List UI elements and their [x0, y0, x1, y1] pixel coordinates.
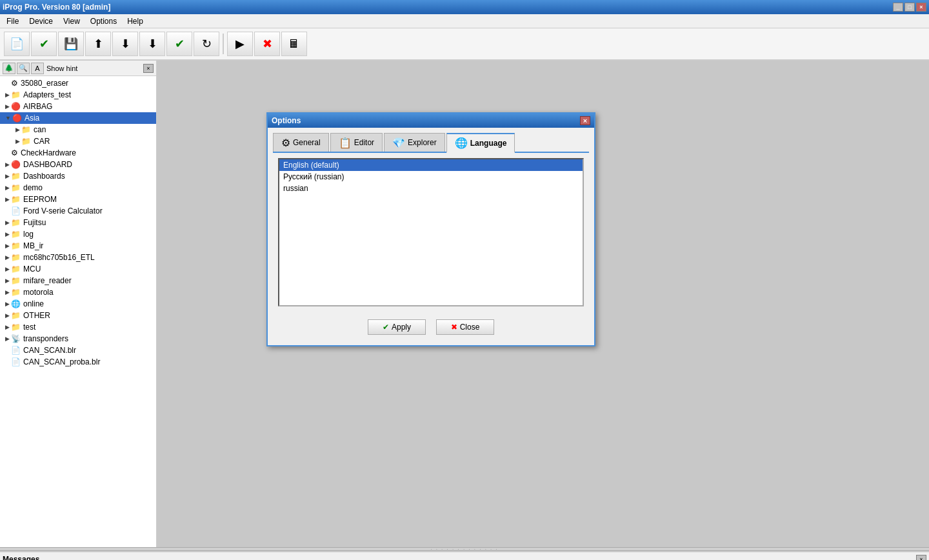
menu-device[interactable]: Device	[24, 15, 58, 27]
tree-arrow: ▶	[15, 138, 20, 145]
tree-arrow: ▶	[5, 231, 10, 237]
tree-icon: 📡	[11, 334, 21, 343]
tree-item[interactable]: ▶📄Ford V-serie Calculator	[0, 205, 156, 217]
tree-arrow: ▶	[5, 312, 10, 319]
tree-item[interactable]: ▶📄CAN_SCAN_proba.blr	[0, 356, 156, 368]
tree-icon: 🌐	[11, 299, 21, 308]
tree-item[interactable]: ▶⚙CheckHardware	[0, 147, 156, 159]
app-title: iProg Pro. Version 80 [admin]	[3, 3, 110, 12]
tree-item[interactable]: ▶🌐online	[0, 298, 156, 310]
maximize-btn[interactable]: □	[904, 3, 915, 12]
tree-item[interactable]: ▶📁Adapters_test	[0, 89, 156, 101]
toolbar-prev-btn[interactable]: ⬇	[139, 32, 165, 56]
toolbar-update-btn[interactable]: ↻	[194, 32, 219, 56]
tree-arrow: ▼	[5, 115, 11, 121]
apply-icon: ✔	[383, 323, 389, 332]
tree-icon: 📄	[11, 206, 21, 215]
tree-item[interactable]: ▶📁motorola	[0, 286, 156, 298]
tree-icon: 📄	[11, 357, 21, 366]
options-close-btn[interactable]: ×	[580, 116, 590, 125]
tree-label: OTHER	[23, 311, 50, 320]
sidebar-tree-btn[interactable]: 🌲	[3, 63, 15, 74]
tree-item[interactable]: ▶📁CAR	[0, 135, 156, 147]
lang-item-english[interactable]: English (default)	[279, 159, 583, 171]
tree-item[interactable]: ▶📁EEPROM	[0, 194, 156, 205]
tree-item[interactable]: ▶📁OTHER	[0, 310, 156, 321]
tree-item[interactable]: ▼🔴Asia	[0, 112, 156, 124]
tab-explorer[interactable]: 💎 Explorer	[384, 133, 445, 152]
tree-item[interactable]: ▶📁mc68hc705b16_ETL	[0, 252, 156, 263]
menu-view[interactable]: View	[58, 15, 85, 27]
apply-label: Apply	[392, 323, 411, 332]
tree-item[interactable]: ▶📁MB_ir	[0, 240, 156, 252]
tree-item[interactable]: ▶📡transponders	[0, 333, 156, 345]
toolbar-verify-btn[interactable]: ✔	[166, 32, 192, 56]
tree-label: log	[23, 230, 34, 239]
menu-help[interactable]: Help	[122, 15, 148, 27]
tree-item[interactable]: ▶📁mifare_reader	[0, 275, 156, 286]
options-buttons: ✔ Apply ✖ Close	[273, 312, 589, 340]
lang-item-russian2[interactable]: russian	[279, 183, 583, 194]
tab-editor-label: Editor	[354, 138, 374, 147]
tree-item[interactable]: ▶📄CAN_SCAN.blr	[0, 345, 156, 356]
toolbar-stop-btn[interactable]: ✖	[254, 32, 280, 56]
tree-item[interactable]: ▶🔴DASHBOARD	[0, 159, 156, 170]
tree-label: 35080_eraser	[21, 79, 68, 88]
tree-arrow: ▶	[5, 185, 10, 191]
tree-item[interactable]: ▶📁MCU	[0, 263, 156, 275]
apply-button[interactable]: ✔ Apply	[368, 319, 426, 335]
close-button[interactable]: ✖ Close	[436, 319, 494, 335]
tree-label: MCU	[23, 265, 41, 274]
toolbar-calc-btn[interactable]: 🖩	[281, 32, 307, 56]
tree-label: CheckHardware	[21, 148, 76, 157]
tree-label: CAR	[34, 137, 50, 146]
tree-item[interactable]: ▶📁demo	[0, 182, 156, 194]
toolbar-upload-btn[interactable]: ⬆	[85, 32, 111, 56]
work-area: Options × ⚙ General 📋 Editor	[157, 61, 929, 547]
tree-item[interactable]: ▶📁log	[0, 228, 156, 240]
minimize-btn[interactable]: _	[893, 3, 903, 12]
tree-icon: 📁	[21, 137, 31, 146]
tree-label: Fujitsu	[23, 218, 46, 227]
toolbar-play-btn[interactable]: ▶	[227, 32, 253, 56]
tree-icon: 📁	[11, 195, 21, 204]
messages-close-btn[interactable]: ×	[916, 555, 926, 561]
options-title: Options	[272, 116, 301, 125]
menu-file[interactable]: File	[1, 15, 24, 27]
tree-icon: ⚙	[11, 79, 18, 88]
tree-item[interactable]: ▶📁Fujitsu	[0, 217, 156, 228]
tree-arrow: ▶	[5, 254, 10, 261]
tree-item[interactable]: ▶📁can	[0, 124, 156, 135]
language-list: English (default) Русский (russian) russ…	[278, 158, 584, 306]
toolbar-check-btn[interactable]: ✔	[31, 32, 57, 56]
sidebar-sort-btn[interactable]: A	[31, 63, 44, 74]
tree-icon: 📁	[11, 276, 21, 285]
tree-icon: 📁	[11, 253, 21, 262]
tree-item[interactable]: ▶📁Dashboards	[0, 170, 156, 182]
tab-explorer-label: Explorer	[408, 138, 437, 147]
close-btn[interactable]: ×	[916, 3, 926, 12]
tab-language[interactable]: 🌐 Language	[446, 133, 515, 153]
tree-item[interactable]: ▶📁test	[0, 321, 156, 333]
tree-icon: 📁	[11, 265, 21, 274]
tree-label: DASHBOARD	[23, 160, 72, 169]
tab-editor[interactable]: 📋 Editor	[330, 133, 383, 152]
tab-general[interactable]: ⚙ General	[273, 133, 329, 152]
toolbar-new-btn[interactable]: 📄	[4, 32, 30, 56]
toolbar-download-btn[interactable]: ⬇	[112, 32, 138, 56]
tree-icon: 🔴	[11, 160, 21, 169]
tree-arrow: ▶	[5, 92, 10, 98]
sidebar-tree: ▶⚙35080_eraser▶📁Adapters_test▶🔴AIRBAG▼🔴A…	[0, 76, 156, 547]
modal-overlay: Options × ⚙ General 📋 Editor	[157, 61, 929, 547]
lang-item-russian[interactable]: Русский (russian)	[279, 171, 583, 183]
show-hint-label: Show hint	[46, 65, 77, 72]
toolbar-save-btn[interactable]: 💾	[58, 32, 84, 56]
tree-arrow: ▶	[5, 103, 10, 110]
tree-arrow: ▶	[5, 289, 10, 295]
tree-item[interactable]: ▶⚙35080_eraser	[0, 77, 156, 89]
menu-options[interactable]: Options	[85, 15, 122, 27]
sidebar-search-btn[interactable]: 🔍	[17, 63, 30, 74]
tree-arrow: ▶	[5, 335, 10, 342]
tree-item[interactable]: ▶🔴AIRBAG	[0, 101, 156, 112]
sidebar-close-btn[interactable]: ×	[143, 64, 154, 73]
